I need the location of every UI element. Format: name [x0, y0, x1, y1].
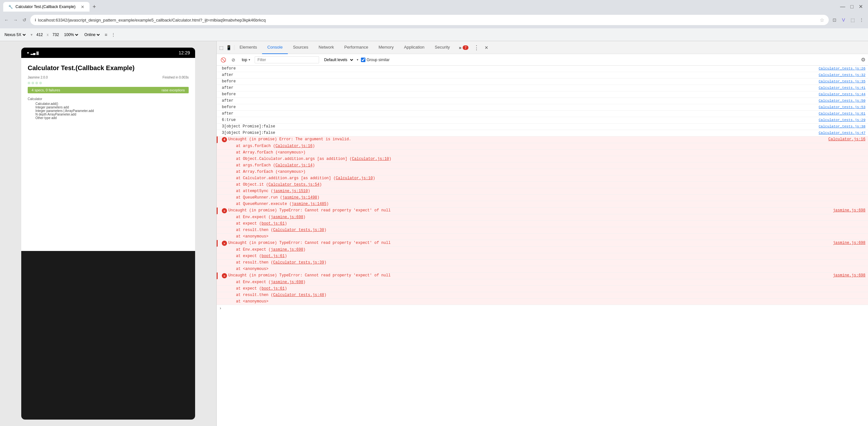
extensions-icon[interactable]: ⊡	[831, 17, 838, 23]
jasmine-suite: Calculator.add() Integer parameters add …	[28, 102, 189, 120]
stack-text: at Array.forEach (<anonymous>)	[236, 170, 306, 174]
close-icon[interactable]: ✕	[857, 3, 865, 10]
file-link[interactable]: Calculator_tests.js:29	[819, 118, 865, 122]
forward-button[interactable]: →	[12, 17, 19, 23]
stack-text: at expect (boot.js:61)	[236, 286, 287, 291]
stack-link[interactable]: jasmine.js:1498	[282, 195, 317, 200]
error-stack-3-3: at result.then (Calculator_tests.js:39)	[217, 260, 868, 266]
stack-link[interactable]: Calculator.js:10	[336, 176, 373, 181]
console-settings-icon[interactable]: ⚙	[861, 57, 865, 63]
group-similar-checkbox[interactable]	[361, 58, 365, 62]
viber-icon[interactable]: V	[840, 17, 847, 23]
clear-console-button[interactable]: 🚫	[219, 56, 227, 64]
refresh-button[interactable]: ↺	[21, 17, 28, 23]
minimize-icon[interactable]: —	[838, 3, 847, 10]
bookmark-icon[interactable]: ☆	[820, 17, 824, 23]
inspect-icon[interactable]: ⬚	[219, 45, 223, 50]
log-row-promise-2: 3[object Promise]:false Calculator_tests…	[217, 130, 868, 136]
file-link[interactable]: Calculator_tests.js:26	[819, 67, 865, 70]
error-icon: ✕	[222, 273, 227, 278]
tab-console[interactable]: Console	[262, 41, 288, 54]
new-tab-button[interactable]: +	[90, 2, 99, 11]
devtools-more-icon[interactable]: ⋮	[471, 44, 482, 51]
tab-performance[interactable]: Performance	[339, 41, 373, 54]
back-button[interactable]: ←	[3, 17, 10, 23]
filter-input[interactable]	[255, 56, 319, 63]
tab-application[interactable]: Application	[399, 41, 430, 54]
spec-1: Calculator.add()	[30, 102, 189, 105]
device-selector[interactable]: Nexus 5X	[3, 32, 27, 37]
stack-link[interactable]: Calculator_tests.js:30	[273, 228, 324, 232]
tab-memory[interactable]: Memory	[373, 41, 399, 54]
tab-sources[interactable]: Sources	[288, 41, 314, 54]
file-link[interactable]: Calculator_tests.js:53	[819, 105, 865, 109]
stack-link[interactable]: Calculator_tests.js:54	[269, 183, 319, 187]
error-count-badge: 4	[222, 137, 227, 142]
stack-link[interactable]: Calculator_tests.js:39	[273, 260, 324, 265]
device-mode-icon[interactable]: 📱	[226, 45, 231, 50]
error-file-2[interactable]: jasmine.js:698	[833, 208, 865, 213]
zoom-selector[interactable]: 100%	[63, 32, 79, 37]
stack-text: at <anonymous>	[236, 267, 269, 271]
application-tab-label: Application	[404, 45, 425, 50]
network-selector[interactable]: Online	[83, 32, 101, 37]
filter-icon[interactable]: ⊘	[229, 56, 237, 64]
console-prompt[interactable]: ›	[217, 305, 868, 312]
browser-toolbar: ← → ↺ ℹ localhost:63342/javascript_desig…	[0, 11, 868, 28]
log-level-selector[interactable]: Default levels	[322, 57, 354, 63]
stack-text: at expect (boot.js:61)	[236, 221, 287, 226]
maximize-icon[interactable]: □	[848, 3, 856, 10]
error-row-1-header: 4 Uncaught (in promise) Error: The argum…	[217, 136, 868, 143]
stack-link[interactable]: Calculator_tests.js:48	[273, 293, 324, 297]
log-row-after-1: after Calculator_tests.js:32	[217, 72, 868, 78]
log-text: before	[222, 105, 236, 109]
stack-link[interactable]: boot.js:61	[261, 254, 285, 258]
stack-link[interactable]: Calculator.js:14	[275, 163, 312, 168]
wifi-icon: ▼	[26, 51, 30, 55]
screen-cast-icon[interactable]: ⬚	[849, 17, 856, 23]
stack-link[interactable]: Calculator.js:10	[352, 157, 389, 161]
log-text: 6:true	[222, 118, 236, 122]
dot-2	[32, 82, 34, 84]
context-selector[interactable]: top ▾	[240, 57, 252, 63]
level-chevron: ▾	[357, 58, 358, 61]
more-tabs-icon[interactable]: »	[458, 45, 463, 50]
stack-link[interactable]: jasmine.js:1510	[273, 189, 308, 193]
file-link[interactable]: Calculator_tests.js:35	[819, 79, 865, 83]
stack-link[interactable]: jasmine.js:698	[271, 215, 303, 220]
file-link[interactable]: Calculator_tests.js:44	[819, 92, 865, 96]
console-output[interactable]: before Calculator_tests.js:26 after Calc…	[217, 66, 868, 426]
file-link[interactable]: Calculator_tests.js:50	[819, 99, 865, 103]
tab-network[interactable]: Network	[314, 41, 339, 54]
error-file-4[interactable]: jasmine.js:698	[833, 273, 865, 278]
elements-tab-label: Elements	[240, 45, 257, 50]
stack-link[interactable]: boot.js:61	[261, 286, 285, 291]
error-stack-1-7: at Object.it (Calculator_tests.js:54)	[217, 182, 868, 188]
tab-elements[interactable]: Elements	[235, 41, 262, 54]
devtools-panel: ⬚ 📱 Elements Console Sources Network Per…	[216, 41, 868, 426]
stack-link[interactable]: jasmine.js:1485	[292, 202, 327, 206]
tab-close-icon[interactable]: ✕	[81, 4, 84, 9]
stack-link[interactable]: Calculator.js:16	[275, 144, 312, 148]
file-link[interactable]: Calculator_tests.js:32	[819, 73, 865, 77]
devtools-close-icon[interactable]: ✕	[482, 45, 491, 50]
file-link[interactable]: Calculator_tests.js:41	[819, 86, 865, 90]
stack-link[interactable]: jasmine.js:698	[271, 280, 303, 285]
error-file-3[interactable]: jasmine.js:698	[833, 241, 865, 245]
device-toolbar-more[interactable]: ⋮	[111, 32, 116, 37]
browser-tab[interactable]: 🔧 Calculator Test.(Callback Example) ✕	[3, 2, 90, 11]
stack-link[interactable]: boot.js:61	[261, 221, 285, 226]
file-link[interactable]: Calculator_tests.js:47	[819, 131, 865, 135]
file-link[interactable]: Calculator_tests.js:61	[819, 112, 865, 116]
throttle-icon[interactable]: ≡	[105, 32, 107, 37]
stack-link[interactable]: jasmine.js:698	[271, 248, 303, 252]
error-file-1[interactable]: Calculator.js:16	[828, 137, 865, 141]
stack-text: at Env.expect (jasmine.js:698)	[236, 215, 306, 220]
tab-security[interactable]: Security	[430, 41, 455, 54]
browser-more-icon[interactable]: ⋮	[858, 17, 865, 23]
file-link[interactable]: Calculator_tests.js:38	[819, 125, 865, 128]
log-row-6true: 6:true Calculator_tests.js:29	[217, 117, 868, 124]
log-row-before-3: before Calculator_tests.js:44	[217, 91, 868, 98]
url-bar[interactable]: ℹ localhost:63342/javascript_design_patt…	[30, 15, 829, 25]
error-stack-1-5: at Array.forEach (<anonymous>)	[217, 169, 868, 175]
